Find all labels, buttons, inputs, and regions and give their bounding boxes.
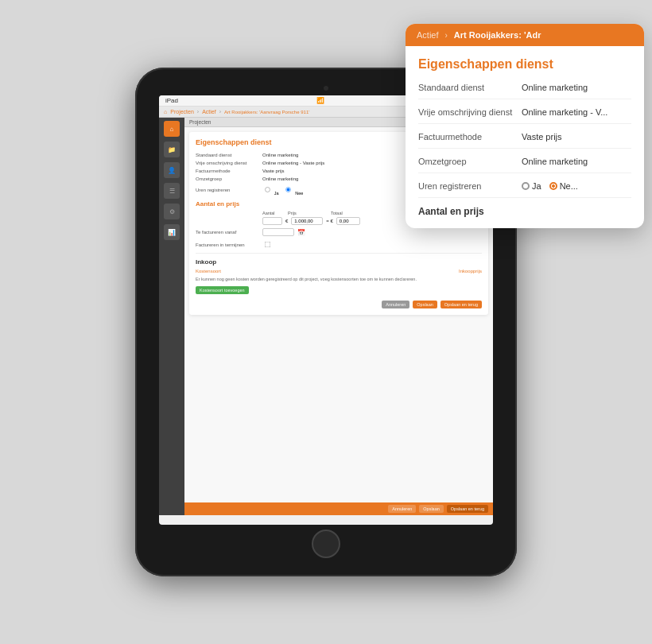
breadcrumb-sep1: › [197, 109, 199, 114]
callout-row-standaard: Standaard dienst Online marketing [418, 83, 631, 99]
inkoop-section: Inkoop Kostensoort Inkoopprijs Er kunnen… [196, 253, 482, 294]
sidebar-folder-icon[interactable]: 📁 [164, 142, 180, 157]
callout-radio-uren[interactable]: Ja Ne... [522, 181, 578, 191]
callout-value-vrije: Online marketing - V... [522, 107, 631, 117]
input-te-factureren[interactable] [262, 228, 294, 236]
form-actions: Annuleren Opslaan Opslaan en terug [196, 301, 482, 308]
sidebar-home-icon[interactable]: ⌂ [164, 121, 180, 137]
label-vrije: Vrije omschrijving dienst [196, 161, 259, 165]
radio-uren[interactable]: Ja Nee [262, 184, 303, 196]
sidebar-chart-icon[interactable]: 📊 [164, 224, 180, 240]
inkoop-col-kostensoort: Kostensoort [196, 269, 221, 274]
inkoop-header: Inkoop [196, 258, 482, 266]
bottom-bar: Annuleren Opslaan Opslaan en terug [184, 502, 493, 515]
callout-label-uren: Uren registreren [418, 181, 522, 191]
inkoop-col-prijs: Inkoopprijs [459, 269, 482, 274]
label-termijnen: Factureren in termijnen [196, 242, 259, 247]
subnav-projecten[interactable]: Projecten [189, 119, 211, 125]
breadcrumb-project[interactable]: Art Rooijakkers: 'Aanvraag Porsche 911' [224, 110, 309, 114]
device-label: iPad [165, 97, 178, 104]
col-prijs: Prijs [288, 211, 328, 215]
callout-value-standaard: Online marketing [522, 83, 631, 92]
wifi-icon: 📶 [316, 97, 324, 104]
callout-arrow: › [445, 31, 448, 40]
callout-label-vrije: Vrije omschrijving dienst [418, 107, 522, 117]
callout-label-standaard: Standaard dienst [418, 83, 522, 92]
callout-body: Eigenschappen dienst Standaard dienst On… [406, 46, 644, 228]
checkbox-termijnen[interactable] [265, 242, 271, 248]
label-standaard: Standaard dienst [196, 153, 259, 157]
radio-ja-circle [522, 182, 530, 190]
opslaan-en-terug-button[interactable]: Opslaan en terug [440, 301, 482, 308]
bottom-opslaan-terug[interactable]: Opslaan en terug [447, 505, 488, 513]
sidebar-list-icon[interactable]: ☰ [164, 183, 180, 199]
input-prijs[interactable] [291, 217, 323, 225]
callout-title: Eigenschappen dienst [418, 57, 631, 72]
inkoop-title: Inkoop [196, 258, 216, 266]
field-te-factureren: Te factureren vanaf 📅 [196, 228, 482, 236]
ipad-camera [324, 86, 328, 91]
add-kostensoort-button[interactable]: Kostensoort toevoegen [196, 286, 249, 294]
field-termijnen: Factureren in termijnen [196, 239, 482, 250]
scene: iPad 📶 9:12 PM ⌂ Projecten › Actief › Ar… [0, 0, 652, 644]
callout-breadcrumb: Actief [417, 30, 439, 40]
ipad-home-button[interactable] [312, 530, 340, 558]
input-totaal[interactable] [336, 217, 360, 225]
callout-label-factuur: Factuurmethode [418, 132, 522, 142]
inkoop-note: Er kunnen nog geen kosten worden geregis… [196, 277, 482, 283]
callout-row-omzet: Omzetgroep Online marketing [418, 157, 631, 173]
breadcrumb-projecten[interactable]: Projecten [170, 109, 194, 114]
callout-value-factuur: Vaste prijs [522, 132, 631, 142]
label-factuur: Factuurmethode [196, 169, 259, 173]
callout-header: Actief › Art Rooijakkers: 'Adr [406, 24, 644, 46]
home-icon: ⌂ [164, 109, 167, 114]
bottom-annuleren[interactable]: Annuleren [388, 505, 416, 513]
callout-row-vrije: Vrije omschrijving dienst Online marketi… [418, 107, 631, 124]
breadcrumb-sep2: › [219, 109, 221, 114]
annuleren-button[interactable]: Annuleren [382, 301, 409, 308]
callout-value-omzet: Online marketing [522, 157, 631, 166]
label-omzet: Omzetgroep [196, 177, 259, 181]
callout-section-aantal: Aantal en prijs [418, 206, 631, 217]
col-totaal: Totaal [331, 211, 343, 215]
breadcrumb-actief[interactable]: Actief [202, 109, 216, 114]
value-omzet: Online marketing [262, 177, 417, 181]
callout-row-factuur: Factuurmethode Vaste prijs [418, 132, 631, 149]
label-te-factureren: Te factureren vanaf [196, 230, 259, 235]
opslaan-button[interactable]: Opslaan [413, 301, 437, 308]
callout-bubble: Actief › Art Rooijakkers: 'Adr Eigenscha… [406, 24, 644, 228]
bottom-opslaan[interactable]: Opslaan [419, 505, 444, 513]
input-aantal[interactable] [262, 217, 282, 225]
radio-nee-circle [549, 182, 557, 190]
callout-active-crumb: Art Rooijakkers: 'Adr [454, 30, 541, 40]
label-uren: Uren registreren [196, 188, 259, 192]
radio-ja: Ja [522, 181, 541, 191]
sidebar: ⌂ 📁 👤 ☰ ⚙ 📊 [159, 118, 184, 515]
radio-nee: Ne... [549, 181, 578, 191]
inkoop-columns: Kostensoort Inkoopprijs [196, 269, 482, 274]
col-aantal: Aantal [262, 211, 285, 215]
callout-row-uren: Uren registreren Ja Ne... [418, 181, 631, 198]
sidebar-tool-icon[interactable]: ⚙ [164, 204, 180, 219]
sidebar-user-icon[interactable]: 👤 [164, 162, 180, 178]
callout-label-omzet: Omzetgroep [418, 157, 522, 166]
